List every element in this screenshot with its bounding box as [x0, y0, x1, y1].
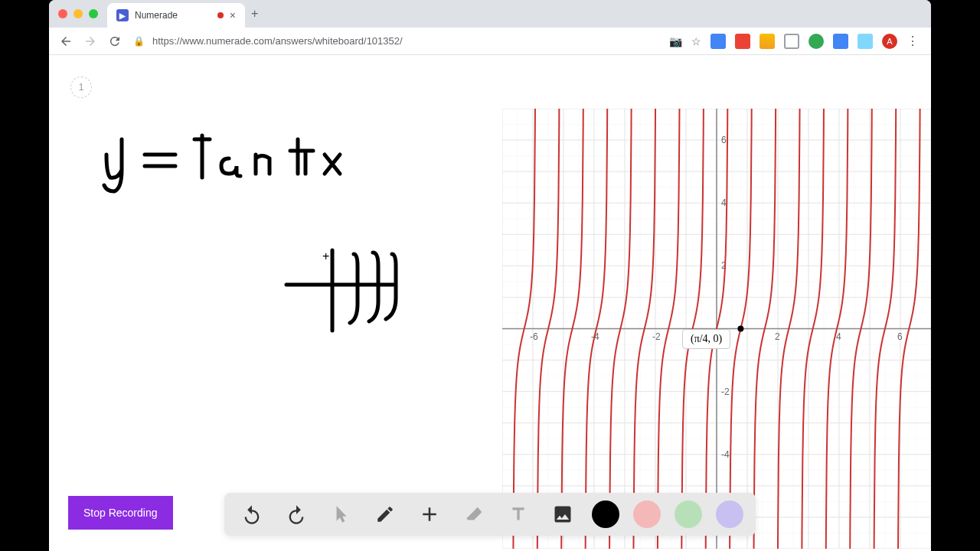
svg-text:2: 2 [775, 331, 780, 342]
forward-button[interactable] [80, 31, 101, 52]
color-purple[interactable] [716, 500, 743, 528]
svg-text:4: 4 [836, 331, 841, 342]
camera-icon[interactable]: 📷 [669, 35, 682, 47]
traffic-lights [58, 9, 98, 18]
color-green[interactable] [675, 500, 702, 528]
trophy-icon[interactable] [760, 34, 775, 49]
ext-icon-green[interactable] [808, 34, 824, 49]
url-field[interactable]: https://www.numerade.com/answers/whitebo… [152, 35, 660, 47]
drawing-toolbar [224, 493, 756, 536]
handwritten-equation: + [95, 132, 416, 346]
tab-close-button[interactable]: × [230, 9, 236, 21]
menu-icon[interactable]: ⋮ [906, 34, 919, 48]
svg-text:+: + [322, 249, 329, 262]
redo-button[interactable] [281, 499, 312, 530]
ext-icon-1[interactable] [710, 34, 726, 49]
favicon-icon: ▶ [116, 9, 129, 21]
svg-text:-2: -2 [721, 386, 730, 397]
page-content: 1 + -6-4-20246-6-4-2246 (π/4, [49, 55, 931, 551]
browser-window: ▶ Numerade × + 🔒 https://www.numerade.co… [49, 0, 931, 551]
pencil-tool[interactable] [370, 499, 400, 530]
add-tool[interactable] [414, 499, 445, 530]
new-tab-button[interactable]: + [251, 7, 258, 21]
svg-text:4: 4 [721, 197, 727, 208]
page-number-badge[interactable]: 1 [70, 77, 92, 98]
svg-text:-6: -6 [530, 331, 538, 342]
svg-text:-2: -2 [652, 331, 661, 342]
point-label: (π/4, 0) [682, 329, 730, 349]
svg-text:6: 6 [721, 135, 727, 145]
address-bar: 🔒 https://www.numerade.com/answers/white… [49, 28, 931, 55]
avatar-icon[interactable]: A [882, 34, 897, 49]
browser-tab[interactable]: ▶ Numerade × [107, 3, 245, 28]
tab-strip: ▶ Numerade × + [49, 0, 931, 28]
ext-icon-teal[interactable] [858, 34, 873, 49]
shield-icon[interactable] [784, 34, 799, 49]
recording-dot-icon [217, 12, 224, 18]
window-minimize-button[interactable] [74, 9, 83, 18]
text-tool[interactable] [503, 499, 534, 530]
svg-text:6: 6 [897, 331, 903, 342]
reload-button[interactable] [104, 31, 126, 52]
ext-icon-2[interactable] [735, 34, 750, 49]
color-black[interactable] [592, 500, 619, 528]
star-icon[interactable]: ☆ [691, 35, 701, 47]
image-tool[interactable] [547, 499, 578, 530]
extension-icons: 📷 ☆ A ⋮ [663, 34, 925, 49]
graph-panel: -6-4-20246-6-4-2246 (π/4, 0) [502, 109, 931, 549]
pointer-tool[interactable] [325, 499, 356, 530]
ext-icon-blue[interactable] [833, 34, 848, 49]
svg-point-104 [737, 326, 743, 332]
eraser-tool[interactable] [459, 499, 489, 530]
svg-text:-4: -4 [721, 449, 730, 460]
back-button[interactable] [55, 31, 77, 52]
undo-button[interactable] [237, 499, 267, 530]
color-red[interactable] [633, 500, 661, 528]
window-maximize-button[interactable] [89, 9, 98, 18]
window-close-button[interactable] [58, 9, 67, 18]
lock-icon: 🔒 [133, 36, 145, 47]
tab-title: Numerade [135, 10, 211, 21]
stop-recording-button[interactable]: Stop Recording [68, 496, 173, 530]
